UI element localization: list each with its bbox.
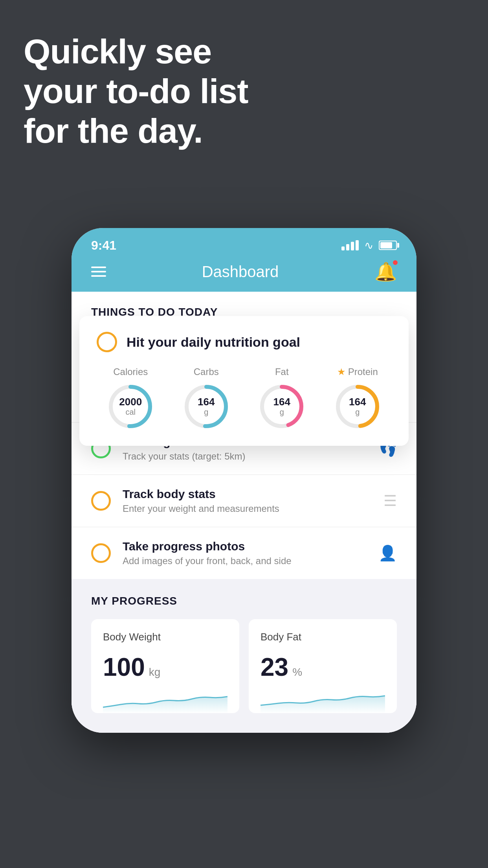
carbs-donut: 164 g bbox=[183, 383, 230, 430]
photos-check-circle bbox=[91, 543, 111, 563]
body-fat-number: 23 bbox=[261, 653, 288, 682]
body-weight-label: Body Weight bbox=[103, 631, 227, 643]
bodystats-title: Track body stats bbox=[123, 487, 372, 501]
carbs-label: Carbs bbox=[194, 366, 219, 377]
protein-label: ★ Protein bbox=[337, 366, 378, 377]
body-weight-unit: kg bbox=[149, 666, 161, 679]
hero-line2: your to-do list bbox=[24, 71, 248, 111]
calories-value: 2000 bbox=[119, 396, 142, 408]
header-title: Dashboard bbox=[202, 263, 279, 281]
body-fat-card[interactable]: Body Fat 23 % bbox=[249, 619, 397, 713]
nutrition-card-title: Hit your daily nutrition goal bbox=[127, 335, 300, 350]
person-icon: 👤 bbox=[378, 544, 397, 562]
nutrition-card-header: Hit your daily nutrition goal bbox=[97, 332, 391, 352]
content-wrapper: Hit your daily nutrition goal Calories bbox=[72, 328, 416, 579]
fat-donut: 164 g bbox=[258, 383, 305, 430]
fat-label: Fat bbox=[275, 366, 289, 377]
phone-shell: 9:41 ∿ Dashboard 🔔 bbox=[72, 228, 416, 733]
nutrition-stats: Calories 2000 cal bbox=[97, 366, 391, 430]
protein-donut: 164 g bbox=[334, 383, 381, 430]
calories-unit: cal bbox=[125, 408, 136, 416]
carbs-stat: Carbs 164 g bbox=[183, 366, 230, 430]
nutrition-check-circle bbox=[97, 332, 117, 352]
progress-cards: Body Weight 100 kg bbox=[91, 619, 397, 713]
notification-button[interactable]: 🔔 bbox=[374, 261, 397, 282]
menu-button[interactable] bbox=[91, 267, 106, 277]
wifi-icon: ∿ bbox=[364, 239, 373, 252]
running-subtitle: Track your stats (target: 5km) bbox=[123, 451, 367, 462]
bodystats-check-circle bbox=[91, 491, 111, 511]
todo-item-photos[interactable]: Take progress photos Add images of your … bbox=[72, 527, 416, 579]
progress-section: MY PROGRESS Body Weight 100 kg bbox=[72, 579, 416, 733]
body-weight-graph bbox=[103, 690, 227, 713]
photos-subtitle: Add images of your front, back, and side bbox=[123, 555, 367, 566]
body-fat-label: Body Fat bbox=[261, 631, 385, 643]
carbs-value: 164 bbox=[198, 396, 215, 408]
bodystats-text: Track body stats Enter your weight and m… bbox=[123, 487, 372, 514]
star-icon: ★ bbox=[337, 366, 346, 377]
calories-label: Calories bbox=[113, 366, 148, 377]
nutrition-card[interactable]: Hit your daily nutrition goal Calories bbox=[79, 316, 409, 446]
body-weight-card[interactable]: Body Weight 100 kg bbox=[91, 619, 239, 713]
status-icons: ∿ bbox=[341, 239, 397, 252]
calories-donut: 2000 cal bbox=[107, 383, 154, 430]
photos-title: Take progress photos bbox=[123, 540, 367, 553]
progress-title: MY PROGRESS bbox=[91, 595, 397, 607]
body-fat-graph bbox=[261, 690, 385, 713]
body-weight-value-container: 100 kg bbox=[103, 653, 227, 682]
fat-value: 164 bbox=[273, 396, 290, 408]
app-header: Dashboard 🔔 bbox=[72, 256, 416, 292]
protein-value: 164 bbox=[349, 396, 366, 408]
protein-stat: ★ Protein 164 g bbox=[334, 366, 381, 430]
bodystats-subtitle: Enter your weight and measurements bbox=[123, 503, 372, 514]
fat-unit: g bbox=[280, 408, 284, 416]
status-bar: 9:41 ∿ bbox=[72, 228, 416, 256]
body-weight-number: 100 bbox=[103, 653, 145, 682]
hero-line3: for the day. bbox=[24, 111, 248, 151]
photos-text: Take progress photos Add images of your … bbox=[123, 540, 367, 566]
status-time: 9:41 bbox=[91, 238, 116, 253]
signal-icon bbox=[341, 240, 359, 250]
battery-icon bbox=[379, 241, 397, 250]
phone-content: THINGS TO DO TODAY Hit your daily nutrit… bbox=[72, 292, 416, 733]
notification-dot bbox=[392, 259, 398, 266]
body-fat-unit: % bbox=[292, 666, 302, 679]
carbs-unit: g bbox=[204, 408, 208, 416]
todo-item-body-stats[interactable]: Track body stats Enter your weight and m… bbox=[72, 474, 416, 527]
hero-text: Quickly see your to-do list for the day. bbox=[24, 31, 248, 151]
fat-stat: Fat 164 g bbox=[258, 366, 305, 430]
calories-stat: Calories 2000 cal bbox=[107, 366, 154, 430]
hero-line1: Quickly see bbox=[24, 31, 248, 71]
protein-unit: g bbox=[355, 408, 360, 416]
body-fat-value-container: 23 % bbox=[261, 653, 385, 682]
scale-icon: ☰ bbox=[383, 492, 397, 509]
